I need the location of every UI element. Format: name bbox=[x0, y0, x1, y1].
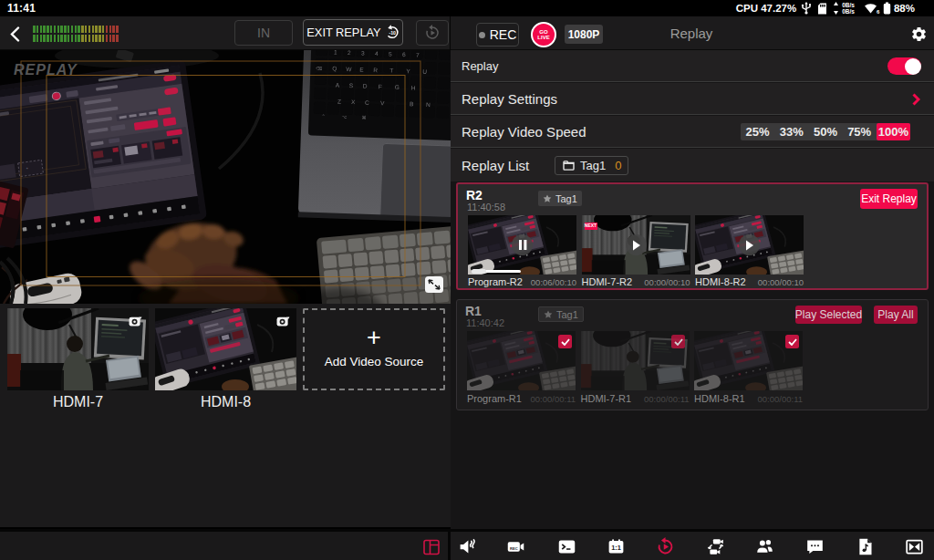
svg-text:Q: Q bbox=[332, 65, 337, 72]
svg-text:W: W bbox=[346, 66, 352, 72]
svg-text:REPLAY: REPLAY bbox=[14, 62, 78, 78]
svg-text:⌥: ⌥ bbox=[341, 114, 347, 119]
svg-text:⌫: ⌫ bbox=[316, 66, 322, 71]
svg-text:6: 6 bbox=[877, 9, 880, 15]
svg-text:B: B bbox=[410, 100, 414, 107]
svg-text:-10: -10 bbox=[389, 30, 396, 36]
svg-text:Z: Z bbox=[337, 99, 341, 105]
svg-text:6: 6 bbox=[402, 51, 406, 57]
svg-text:N: N bbox=[426, 101, 431, 108]
svg-text:H: H bbox=[411, 84, 416, 90]
svg-text:⌃: ⌃ bbox=[321, 113, 325, 119]
svg-text:D: D bbox=[363, 83, 368, 89]
svg-text:REC: REC bbox=[510, 546, 518, 551]
svg-text:G: G bbox=[395, 84, 400, 90]
svg-text:7: 7 bbox=[416, 52, 420, 58]
svg-text:3: 3 bbox=[361, 50, 365, 57]
svg-text:R: R bbox=[373, 67, 378, 73]
svg-text:⌘: ⌘ bbox=[361, 115, 366, 120]
svg-text:5: 5 bbox=[389, 51, 392, 57]
svg-text:1: 1 bbox=[334, 50, 337, 56]
svg-text:U: U bbox=[422, 68, 427, 75]
svg-text:2: 2 bbox=[348, 50, 351, 56]
svg-text:4: 4 bbox=[375, 50, 379, 57]
svg-text:T: T bbox=[389, 67, 393, 74]
svg-text:F: F bbox=[379, 83, 382, 89]
svg-text:C: C bbox=[365, 99, 369, 106]
svg-text:1:1: 1:1 bbox=[611, 544, 621, 552]
